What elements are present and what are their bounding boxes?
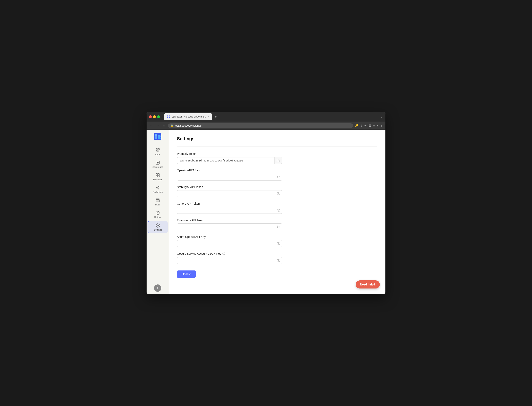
svg-rect-0 — [167, 116, 168, 116]
browser-window: LLMStack: No-code platform t... ✕ + ⌄ ← … — [147, 112, 385, 294]
svg-rect-1 — [169, 116, 170, 116]
toggle-elevenlabs-visibility[interactable] — [277, 225, 280, 229]
svg-rect-10 — [158, 148, 159, 150]
tab-favicon — [167, 115, 170, 118]
endpoints-label: Endpoints — [153, 191, 163, 193]
apps-icon — [156, 148, 160, 152]
address-bar: ← → ↻ 🔒 localhost:3000/settings 🔑 ⇧ ★ ☰ … — [147, 122, 385, 130]
elevenlabs-token-label: Elevenlabs API Token — [177, 219, 282, 222]
svg-rect-16 — [156, 174, 157, 175]
history-icon — [156, 211, 160, 215]
elevenlabs-token-input[interactable] — [177, 224, 282, 230]
cohere-token-label: Cohere API Token — [177, 202, 282, 205]
promptly-token-group: Promptly Token — [177, 152, 282, 164]
svg-rect-6 — [158, 135, 161, 137]
discover-icon — [156, 173, 160, 177]
sidebar-item-history[interactable]: History — [148, 209, 167, 220]
stabilityai-token-label: StabilityAI API Token — [177, 185, 282, 188]
minimize-button[interactable] — [153, 115, 156, 118]
eye-off-icon-6 — [277, 259, 280, 262]
toggle-google-visibility[interactable] — [277, 259, 280, 262]
cohere-token-input[interactable] — [177, 207, 282, 214]
sidebar-logo — [153, 132, 162, 142]
bookmark-icon[interactable]: ★ — [364, 124, 367, 127]
active-tab[interactable]: LLMStack: No-code platform t... ✕ — [164, 113, 212, 120]
tab-close-icon[interactable]: ✕ — [207, 116, 209, 118]
svg-rect-25 — [156, 199, 159, 200]
settings-label: Settings — [154, 229, 162, 231]
eye-off-icon-4 — [277, 225, 280, 229]
browser-actions: 🔑 ⇧ ★ ☰ ▭ ● ⋮ — [355, 124, 383, 127]
svg-rect-27 — [156, 201, 159, 202]
refresh-button[interactable]: ↻ — [162, 123, 166, 128]
svg-rect-19 — [158, 175, 159, 177]
expand-button[interactable]: ⌄ — [381, 115, 383, 118]
share-icon[interactable]: ⇧ — [360, 124, 362, 127]
svg-rect-2 — [167, 117, 168, 118]
maximize-button[interactable] — [157, 115, 160, 118]
azure-key-input[interactable] — [177, 240, 282, 247]
promptly-token-input[interactable] — [177, 157, 275, 164]
google-key-help-icon[interactable]: ⓘ — [222, 252, 225, 255]
azure-key-label: Azure OpenAI API Key — [177, 235, 282, 239]
eye-off-icon — [277, 175, 280, 179]
sidebar-nav: Apps Playground — [147, 146, 169, 284]
title-bar: LLMStack: No-code platform t... ✕ + ⌄ — [147, 112, 385, 122]
profile-icon[interactable]: ● — [377, 124, 379, 127]
split-view-icon[interactable]: ▭ — [373, 124, 375, 127]
toggle-cohere-visibility[interactable] — [277, 209, 280, 212]
promptly-token-wrapper — [177, 157, 282, 164]
svg-rect-9 — [156, 148, 157, 150]
openai-token-group: OpenAI API Token — [177, 169, 282, 181]
sidebar-item-settings[interactable]: Settings — [148, 221, 167, 233]
cohere-token-group: Cohere API Token — [177, 202, 282, 214]
svg-rect-7 — [155, 134, 157, 137]
svg-rect-8 — [158, 137, 161, 139]
lock-icon: 🔒 — [170, 124, 173, 127]
discover-label: Discover — [153, 178, 162, 181]
apps-label: Apps — [155, 153, 160, 156]
traffic-lights — [149, 115, 160, 118]
svg-rect-30 — [278, 160, 280, 162]
elevenlabs-token-wrapper — [177, 224, 282, 230]
back-button[interactable]: ← — [149, 123, 153, 128]
sidebar-item-apps[interactable]: Apps — [148, 146, 167, 158]
openai-token-input[interactable] — [177, 174, 282, 181]
help-button[interactable]: Need help? — [356, 280, 380, 289]
update-button[interactable]: Update — [177, 270, 196, 278]
logo-icon — [153, 132, 162, 141]
google-key-input[interactable] — [177, 257, 282, 264]
new-tab-button[interactable]: + — [213, 114, 219, 120]
menu-icon[interactable]: ⋮ — [380, 124, 383, 127]
forward-button[interactable]: → — [156, 123, 160, 128]
toggle-stabilityai-visibility[interactable] — [277, 192, 280, 195]
sidebar-item-data[interactable]: Data — [148, 196, 167, 208]
svg-marker-15 — [157, 162, 158, 163]
data-icon — [156, 198, 160, 203]
playground-label: Playground — [152, 166, 163, 168]
address-input[interactable]: 🔒 localhost:3000/settings — [168, 123, 353, 128]
sidebar-item-discover[interactable]: Discover — [148, 171, 167, 183]
copy-token-button[interactable] — [275, 157, 282, 164]
sidebar-item-playground[interactable]: Playground — [148, 159, 167, 170]
openai-token-wrapper — [177, 174, 282, 181]
cohere-token-wrapper — [177, 207, 282, 214]
google-key-group: Google Service Account JSON Key ⓘ — [177, 252, 282, 264]
svg-rect-17 — [158, 174, 159, 175]
data-label: Data — [155, 203, 160, 206]
svg-rect-26 — [156, 200, 159, 201]
stabilityai-token-input[interactable] — [177, 190, 282, 197]
user-avatar[interactable]: P — [154, 284, 161, 292]
eye-off-icon-2 — [277, 192, 280, 195]
svg-rect-18 — [156, 175, 157, 177]
close-button[interactable] — [149, 115, 152, 118]
openai-token-label: OpenAI API Token — [177, 169, 282, 172]
sidebar-bottom: P — [154, 284, 161, 292]
toggle-azure-visibility[interactable] — [277, 242, 280, 245]
endpoints-icon — [156, 186, 160, 190]
toggle-openai-visibility[interactable] — [277, 175, 280, 179]
key-icon[interactable]: 🔑 — [355, 124, 359, 127]
sidebar-item-endpoints[interactable]: Endpoints — [148, 184, 167, 195]
sidebar: Apps Playground — [147, 130, 169, 294]
extensions-icon[interactable]: ☰ — [369, 124, 371, 127]
